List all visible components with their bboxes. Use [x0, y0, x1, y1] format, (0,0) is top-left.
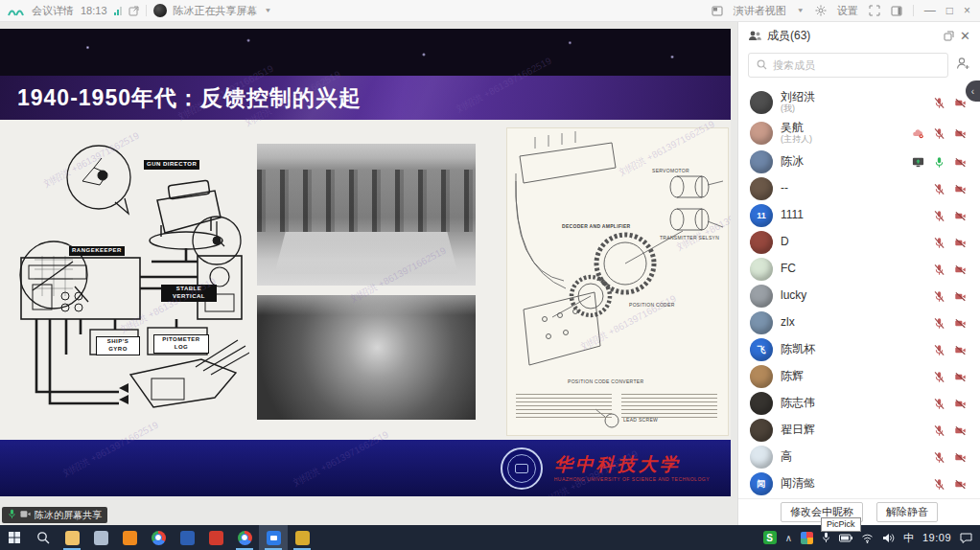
member-row[interactable]: 吴航(主持人) [738, 118, 980, 149]
member-status-icons [933, 264, 967, 276]
member-row[interactable]: 陈冰 [738, 149, 980, 175]
collapse-panel-handle[interactable]: ‹ [966, 80, 980, 102]
taskbar-app-chrome-2-icon[interactable] [230, 525, 259, 550]
camera-off-icon [954, 156, 967, 169]
members-panel: 成员(63) ✕ 搜索成员 刘绍洪(我)吴航(主持人)陈冰--111111DFC… [737, 21, 980, 525]
chevron-down-icon[interactable]: ▼ [265, 7, 272, 13]
divider [913, 5, 914, 16]
camera-icon [20, 510, 31, 520]
member-status-icons [933, 183, 967, 195]
slide-starfield [0, 29, 731, 76]
camera-off-icon [954, 478, 967, 491]
member-name: zlx [781, 316, 925, 330]
member-status-icons [933, 344, 967, 356]
member-name: 陈辉 [781, 370, 925, 383]
meeting-app-logo-icon [8, 6, 25, 16]
page-label: DECODER AND AMPLIFIER [562, 223, 631, 229]
sogou-input-icon[interactable]: S [763, 531, 777, 544]
taskbar-app-chrome-icon[interactable] [144, 525, 173, 550]
member-avatar [750, 285, 773, 308]
unmute-button[interactable]: 解除静音 [876, 502, 938, 521]
member-avatar [750, 258, 773, 281]
members-panel-title: 成员(63) [767, 28, 810, 44]
mic-off-icon [933, 424, 945, 437]
screen-share-badge-label: 陈冰的屏幕共享 [35, 509, 102, 522]
close-panel-icon[interactable]: ✕ [960, 29, 970, 43]
member-name: 刘绍洪 [781, 91, 925, 104]
taskbar-app-file-explorer-icon[interactable] [58, 525, 86, 550]
clock[interactable]: 19:09 [922, 532, 951, 543]
member-row[interactable]: 飞陈凯杯 [738, 336, 980, 363]
battery-icon[interactable] [839, 534, 852, 542]
close-button[interactable]: × [964, 5, 970, 16]
camera-off-icon [954, 371, 967, 383]
member-status-icons [933, 451, 967, 464]
camera-off-icon [954, 451, 967, 464]
diagram-label: PITOMETER LOG [153, 334, 209, 354]
member-row[interactable]: D [738, 229, 980, 256]
mic-off-icon [933, 210, 945, 222]
mic-on-icon [933, 156, 945, 169]
slide-title: 1940-1950年代：反馈控制的兴起 [17, 83, 362, 113]
cloud-record-icon [912, 127, 924, 140]
member-status-icons [933, 398, 967, 410]
university-name-en: HUAZHONG UNIVERSITY OF SCIENCE AND TECHN… [554, 476, 710, 482]
network-icon[interactable] [861, 533, 874, 543]
university-seal-icon [501, 447, 543, 490]
member-name: 翟日辉 [781, 424, 925, 437]
add-member-icon[interactable] [956, 57, 970, 74]
camera-off-icon [954, 317, 967, 330]
chevron-down-icon[interactable]: ▼ [797, 7, 805, 13]
member-row[interactable]: lucky [738, 283, 980, 309]
side-panel-icon[interactable] [891, 6, 902, 16]
member-row[interactable]: 刘绍洪(我) [738, 87, 980, 118]
sharing-status-label[interactable]: 陈冰正在共享屏幕 [174, 4, 258, 18]
volume-icon[interactable] [882, 533, 895, 543]
member-row[interactable]: -- [738, 175, 980, 202]
action-center-icon[interactable] [960, 533, 972, 543]
member-status-icons [933, 237, 967, 249]
member-row[interactable]: 111111 [738, 202, 980, 229]
member-row[interactable]: 翟日辉 [738, 417, 980, 444]
pop-out-panel-icon[interactable] [944, 31, 954, 41]
taskbar-app-gold-app-icon[interactable] [288, 525, 316, 550]
search-input[interactable]: 搜索成员 [748, 53, 948, 78]
member-status-icons [933, 424, 967, 437]
fullscreen-icon[interactable] [869, 5, 880, 16]
maximize-button[interactable]: □ [946, 5, 953, 16]
hidden-icons-caret[interactable]: ∧ [785, 533, 792, 543]
layout-icon[interactable] [712, 6, 723, 16]
mic-tray-icon[interactable] [822, 532, 830, 543]
member-row[interactable]: 高 [738, 444, 980, 470]
mic-off-icon [933, 237, 945, 249]
member-name: FC [781, 263, 925, 276]
member-row[interactable]: 陈辉 [738, 363, 980, 390]
member-avatar [750, 311, 773, 334]
search-placeholder: 搜索成员 [773, 58, 815, 73]
screen-share-badge[interactable]: 陈冰的屏幕共享 [2, 507, 107, 523]
member-row[interactable]: 陈志伟 [738, 390, 980, 417]
minimize-button[interactable]: — [924, 5, 936, 16]
settings-label[interactable]: 设置 [837, 4, 858, 18]
view-mode-label[interactable]: 演讲者视图 [734, 4, 786, 18]
pop-out-icon[interactable] [128, 6, 139, 16]
meeting-info-label[interactable]: 会议详情 [32, 4, 74, 18]
member-row[interactable]: zlx [738, 309, 980, 336]
taskbar-app-red-browser-icon[interactable] [201, 525, 230, 550]
picpick-tray-icon[interactable] [801, 532, 813, 544]
taskbar-app-blue-tool-icon[interactable] [173, 525, 201, 550]
taskbar-app-start-icon[interactable] [0, 525, 29, 550]
member-name: 陈志伟 [781, 397, 925, 410]
university-name: 华中科技大学 [554, 455, 710, 473]
active-speaker-avatar [153, 4, 167, 17]
member-row[interactable]: 闻闻清懿 [738, 470, 980, 497]
gear-icon[interactable] [815, 5, 827, 16]
member-avatar [750, 419, 773, 442]
meeting-window: 会议详情 18:13 陈冰正在共享屏幕 ▼ 演讲者视图 ▼ 设置 [0, 0, 980, 550]
member-row[interactable]: FC [738, 256, 980, 283]
ime-indicator[interactable]: 中 [903, 531, 914, 545]
taskbar-app-tencent-meeting-icon[interactable] [259, 525, 288, 550]
taskbar-app-document-app-icon[interactable] [86, 525, 115, 550]
taskbar-app-foxit-icon[interactable] [115, 525, 144, 550]
taskbar-app-search-icon[interactable] [29, 525, 58, 550]
